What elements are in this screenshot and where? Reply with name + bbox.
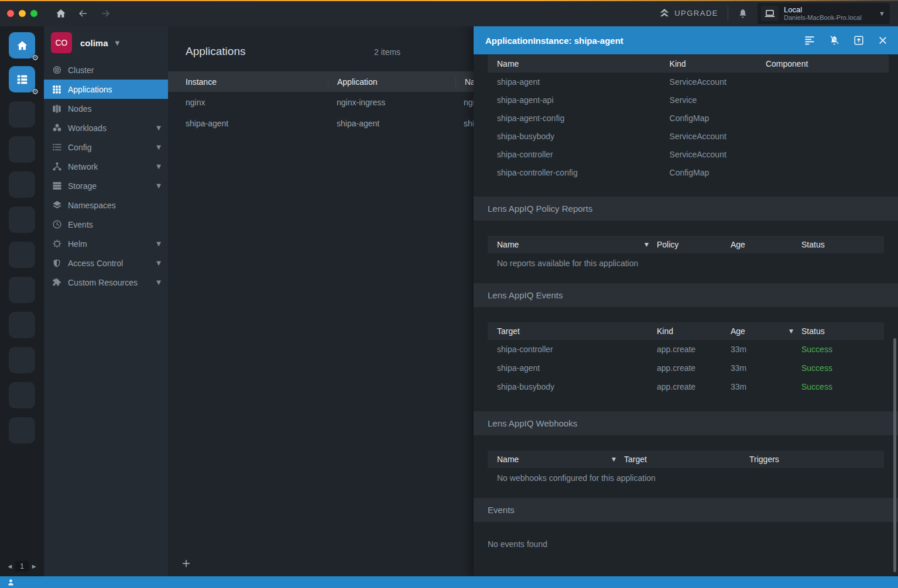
cluster-sidebar: CO colima ▼ Cluster Applications (44, 26, 168, 576)
laptop-icon (761, 6, 779, 21)
bell-slash-icon[interactable] (829, 35, 839, 46)
empty-state: No webhooks configured for this applicat… (488, 468, 884, 483)
hotbar-item-catalog[interactable]: ⚙ (9, 32, 35, 59)
section-webhooks: Lens AppIQ Webhooks (474, 411, 898, 435)
cluster-switcher[interactable]: CO colima ▼ (44, 26, 168, 59)
cell-name: shipa-controller-config (488, 168, 670, 177)
chevron-down-icon: ▼ (156, 183, 161, 189)
drawer-title: ApplicationInstance: shipa-agent (485, 36, 623, 46)
column-instance[interactable]: Instance (168, 77, 328, 87)
table-row[interactable]: shipa-controller app.create 33m Success (488, 340, 884, 359)
gear-icon: ⚙ (32, 87, 39, 96)
cubes-icon (52, 123, 62, 133)
table-row[interactable]: shipa-agent app.create 33m Success (488, 359, 884, 377)
hotbar-empty-slot[interactable] (9, 417, 35, 443)
sidebar-item-helm[interactable]: Helm ▼ (44, 234, 168, 253)
storage-icon (52, 181, 62, 191)
hotbar-empty-slot[interactable] (9, 136, 35, 163)
column-age[interactable]: Age ▼ (731, 326, 801, 336)
table-row[interactable]: shipa-controller ServiceAccount (488, 145, 889, 163)
sidebar-item-workloads[interactable]: Workloads ▼ (44, 118, 168, 137)
hotbar-empty-slot[interactable] (9, 382, 35, 408)
clock-icon (52, 219, 62, 230)
table-row[interactable]: shipa-busybody ServiceAccount (488, 127, 889, 145)
chevron-down-icon: ▼ (156, 163, 161, 170)
hotbar-empty-slot[interactable] (9, 312, 35, 338)
sidebar-item-namespaces[interactable]: Namespaces (44, 195, 168, 215)
column-age[interactable]: Age (731, 240, 801, 249)
column-status[interactable]: Status (801, 240, 884, 249)
cell-age: 33m (731, 382, 801, 391)
page-next-icon[interactable]: ▶ (32, 563, 36, 569)
hotbar-empty-slot[interactable] (9, 277, 35, 303)
cell-kind: ConfigMap (670, 114, 766, 123)
column-target[interactable]: Target (488, 326, 657, 336)
column-kind[interactable]: Kind (657, 326, 731, 336)
sidebar-item-access-control[interactable]: Access Control ▼ (44, 253, 168, 273)
page-prev-icon[interactable]: ◀ (8, 563, 12, 569)
column-name[interactable]: Name ▼ (488, 455, 624, 464)
cell-kind: ServiceAccount (670, 77, 766, 87)
sidebar-item-network[interactable]: Network ▼ (44, 157, 168, 176)
add-tab-button[interactable]: + (182, 556, 190, 570)
column-status[interactable]: Status (801, 326, 884, 336)
table-row[interactable]: shipa-agent ServiceAccount (488, 73, 889, 91)
column-kind[interactable]: Kind (670, 59, 766, 68)
notifications-bell-icon[interactable] (738, 8, 748, 19)
column-triggers[interactable]: Triggers (749, 455, 884, 464)
toggle-details-icon[interactable] (804, 36, 815, 45)
zoom-window-button[interactable] (30, 10, 37, 17)
table-row[interactable]: shipa-agent-config ConfigMap (488, 109, 889, 127)
sidebar-item-cluster[interactable]: Cluster (44, 60, 168, 80)
hotbar-empty-slot[interactable] (9, 242, 35, 268)
upgrade-label: UPGRADE (674, 9, 718, 18)
close-icon[interactable] (878, 36, 887, 45)
close-window-button[interactable] (7, 10, 14, 17)
table-row[interactable]: shipa-controller-config ConfigMap (488, 163, 889, 181)
network-icon (52, 161, 62, 172)
column-name[interactable]: Name ▼ (488, 240, 657, 249)
minimize-window-button[interactable] (19, 10, 26, 17)
column-policy[interactable]: Policy (657, 240, 731, 249)
hotbar-empty-slot[interactable] (9, 347, 35, 373)
sidebar-item-config[interactable]: Config ▼ (44, 137, 168, 157)
chevron-down-icon: ▼ (115, 40, 120, 46)
context-subtitle: Daniels-MacBook-Pro.local (784, 14, 862, 22)
scrollbar-thumb[interactable] (893, 338, 896, 572)
column-name[interactable]: Name (488, 59, 670, 68)
sidebar-menu: Cluster Applications Nodes Workloads (44, 60, 168, 292)
cell-name: shipa-agent-api (488, 95, 670, 105)
user-icon[interactable] (7, 579, 15, 586)
sidebar-item-storage[interactable]: Storage ▼ (44, 176, 168, 195)
back-icon[interactable] (77, 8, 89, 19)
sidebar-item-events[interactable]: Events (44, 215, 168, 234)
cell-kind: ServiceAccount (670, 150, 766, 159)
hotbar-empty-slot[interactable] (9, 171, 35, 198)
open-in-window-icon[interactable] (854, 35, 864, 46)
table-row[interactable]: shipa-busybody app.create 33m Success (488, 377, 884, 396)
cell-kind: ConfigMap (670, 168, 766, 177)
items-count: 2 items (374, 47, 400, 57)
column-application[interactable]: Application (328, 77, 455, 87)
hotbar-item-cluster[interactable]: ⚙ (9, 66, 35, 92)
status-bar (0, 576, 898, 588)
cell-target: shipa-controller (488, 345, 657, 354)
column-component[interactable]: Component (766, 59, 889, 68)
catalog-context-selector[interactable]: Local Daniels-MacBook-Pro.local ▼ (758, 3, 890, 24)
sidebar-item-applications[interactable]: Applications (44, 80, 168, 99)
sort-caret-icon: ▼ (645, 242, 649, 247)
hotbar-empty-slot[interactable] (9, 101, 35, 128)
cell-application: nginx-ingress (328, 98, 455, 107)
shield-icon (52, 258, 62, 269)
table-row[interactable]: shipa-agent-api Service (488, 91, 889, 109)
column-target[interactable]: Target (624, 455, 749, 464)
upgrade-icon (659, 9, 670, 18)
home-icon[interactable] (55, 8, 67, 19)
hotbar-empty-slot[interactable] (9, 207, 35, 233)
forward-icon[interactable] (100, 8, 111, 19)
sidebar-item-custom-resources[interactable]: Custom Resources ▼ (44, 273, 168, 292)
upgrade-button[interactable]: UPGRADE (659, 9, 718, 18)
sidebar-item-nodes[interactable]: Nodes (44, 99, 168, 118)
section-events: Events (474, 498, 898, 522)
chevron-down-icon: ▼ (156, 125, 161, 131)
